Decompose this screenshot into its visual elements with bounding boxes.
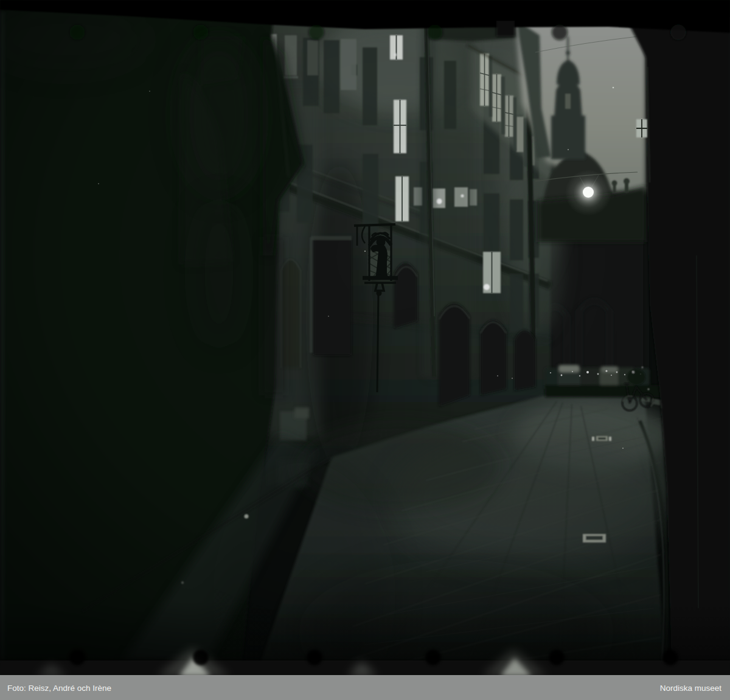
svg-text:Foto: Reisz, André och Irène: Foto: Reisz, André och Irène	[7, 684, 111, 693]
svg-text:Nordiska museet: Nordiska museet	[660, 684, 722, 693]
